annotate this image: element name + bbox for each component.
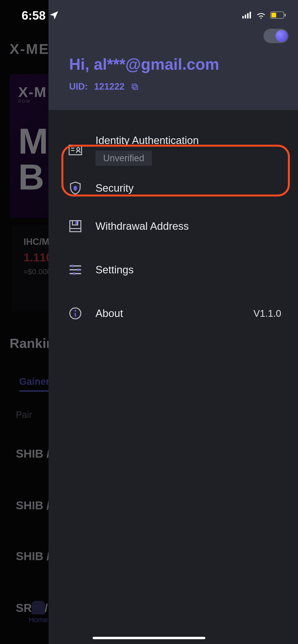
menu-about[interactable]: About V1.1.0 [49, 292, 298, 335]
drawer-body: Identity Authentication Unverified Secur… [49, 110, 298, 644]
location-icon [50, 11, 59, 20]
version-text: V1.1.0 [253, 308, 281, 319]
svg-rect-15 [73, 272, 75, 275]
menu-security[interactable]: Security [49, 172, 298, 204]
info-icon [68, 307, 83, 320]
menu-withdrawal-address[interactable]: Withdrawal Address [49, 204, 298, 248]
svg-point-17 [75, 310, 76, 312]
save-icon [68, 220, 83, 232]
svg-rect-13 [77, 268, 79, 271]
status-bar: 6:58 [0, 0, 298, 31]
svg-rect-1 [132, 84, 136, 88]
svg-rect-20 [245, 14, 246, 18]
svg-rect-21 [247, 13, 249, 18]
uid-value: 121222 [94, 82, 124, 92]
status-badge: Unverified [95, 151, 152, 166]
menu-label: Security [95, 182, 281, 194]
shield-icon [68, 181, 83, 195]
svg-rect-11 [72, 265, 73, 267]
svg-rect-0 [133, 85, 137, 89]
svg-rect-25 [284, 14, 286, 16]
profile-drawer: Hi, al***@gmail.com UID: 121222 [49, 0, 298, 644]
svg-point-3 [77, 148, 80, 150]
menu-identity-authentication[interactable]: Identity Authentication Unverified [49, 128, 298, 172]
home-indicator[interactable] [93, 637, 205, 639]
cellular-icon [242, 12, 252, 20]
svg-rect-8 [75, 222, 77, 224]
sliders-icon [68, 264, 83, 276]
menu-label: Settings [95, 264, 281, 276]
svg-rect-19 [242, 16, 244, 18]
uid-row: UID: 121222 [69, 82, 277, 92]
svg-rect-24 [271, 13, 276, 18]
wifi-icon [256, 12, 266, 20]
svg-rect-22 [249, 12, 251, 18]
menu-label: Identity Authentication [95, 134, 281, 146]
id-card-icon [68, 145, 83, 155]
battery-icon [270, 12, 286, 20]
copy-icon[interactable] [131, 83, 139, 91]
menu-label: About [95, 308, 241, 319]
uid-label: UID: [69, 82, 88, 92]
menu-text: Identity Authentication Unverified [95, 134, 281, 166]
greeting-text: Hi, al***@gmail.com [69, 55, 277, 73]
menu-settings[interactable]: Settings [49, 248, 298, 292]
menu-label: Withdrawal Address [95, 220, 281, 232]
moon-icon [275, 30, 287, 42]
status-time: 6:58 [22, 8, 46, 22]
